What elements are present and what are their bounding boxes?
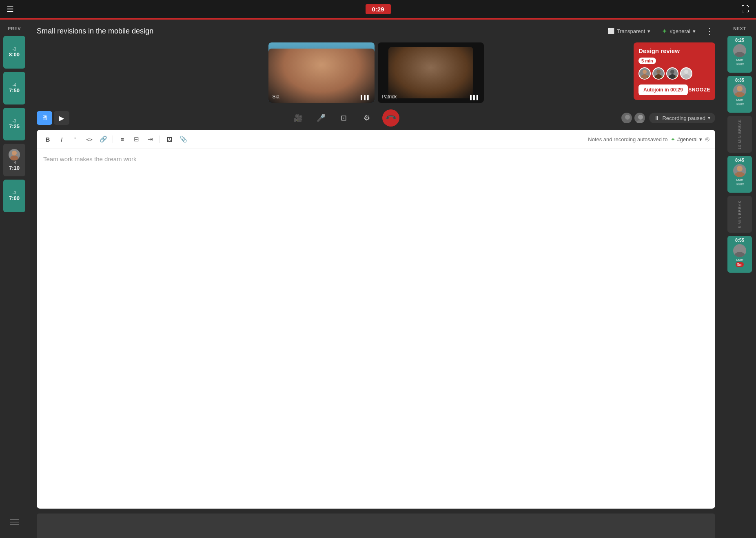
participant-name-sia: Sia bbox=[273, 94, 279, 100]
toolbar-right: Notes and recording autosaved to ✦ #gene… bbox=[588, 136, 709, 143]
media-controls: 🎥 🎤 ⊡ ⚙ 📞 bbox=[291, 109, 399, 127]
controls-bar: 🖥 ▶ 🎥 🎤 ⊡ ⚙ 📞 bbox=[29, 106, 723, 130]
recording-chevron-icon: ▾ bbox=[708, 115, 710, 121]
r-avatar-845 bbox=[733, 164, 746, 177]
external-link-button[interactable]: ⎋ bbox=[705, 136, 709, 143]
quote-button[interactable]: " bbox=[70, 134, 81, 145]
toolbar-separator-1 bbox=[113, 136, 113, 143]
design-review-actions: Autojoin in 00:29 SNOOZE bbox=[638, 84, 710, 95]
timeline-item-700[interactable]: -3 7:00 bbox=[3, 180, 25, 212]
signal-icon-patrick: ▌▌▌ bbox=[470, 95, 479, 100]
r-timeline-845[interactable]: 8:45 Matt Team bbox=[727, 156, 752, 193]
code-button[interactable]: <> bbox=[84, 134, 95, 145]
header-actions: ⬜ Transparent ▾ ✦ #general ▾ ⋮ bbox=[604, 24, 715, 38]
prev-button[interactable]: PREV bbox=[4, 23, 24, 34]
r-timeline-855[interactable]: 8:55 Matt 5m bbox=[727, 236, 752, 273]
recording-paused-text: Recording paused bbox=[662, 115, 705, 121]
next-button[interactable]: NEXT bbox=[730, 23, 749, 34]
settings-button[interactable]: ⚙ bbox=[359, 111, 374, 125]
fullscreen-icon[interactable]: ⛶ bbox=[741, 4, 749, 14]
svg-point-4 bbox=[656, 70, 661, 74]
hamburger-icon[interactable]: ☰ bbox=[7, 4, 14, 14]
break-5min: 5 MIN BREAK bbox=[727, 196, 752, 233]
svg-point-13 bbox=[636, 120, 645, 124]
bottom-area bbox=[37, 514, 715, 538]
timeline-item-750[interactable]: -4 7:50 bbox=[3, 72, 25, 104]
channel-link[interactable]: ✦ #general ▾ bbox=[671, 136, 702, 142]
r-avatar-855 bbox=[733, 244, 746, 257]
video-icon: ▶ bbox=[59, 114, 64, 122]
svg-point-21 bbox=[734, 252, 745, 257]
notes-area: B I " <> 🔗 ≡ ⊟ ⇥ 🖼 📎 Notes and recording… bbox=[37, 130, 715, 509]
slack-icon-notes: ✦ bbox=[671, 136, 675, 142]
camera-icon: 🎥 bbox=[294, 113, 303, 122]
channel-button[interactable]: ✦ #general ▾ bbox=[658, 26, 699, 37]
toolbar-left: B I " <> 🔗 ≡ ⊟ ⇥ 🖼 📎 bbox=[42, 134, 188, 145]
r-timeline-835[interactable]: 8:35 Matt Team bbox=[727, 76, 752, 113]
right-sidebar: NEXT 8:25 Matt Team 8:35 Matt Team 10 MI… bbox=[723, 20, 756, 538]
link-button[interactable]: 🔗 bbox=[98, 134, 109, 145]
design-review-avatars bbox=[638, 67, 710, 80]
r-avatar-825 bbox=[733, 44, 746, 57]
recording-pill[interactable]: ⏸ Recording paused ▾ bbox=[649, 113, 715, 123]
r-timeline-825[interactable]: 8:25 Matt Team bbox=[727, 36, 752, 73]
meeting-timer: 0:29 bbox=[365, 4, 390, 14]
bullet-list-button[interactable]: ≡ bbox=[117, 134, 128, 145]
svg-point-19 bbox=[734, 172, 745, 177]
video-tile-sia: Sia ▌▌▌ bbox=[268, 42, 375, 103]
window-icon: ⬜ bbox=[607, 28, 614, 34]
microphone-button[interactable]: 🎤 bbox=[314, 111, 328, 125]
image-button[interactable]: 🖼 bbox=[164, 134, 175, 145]
transparent-button[interactable]: ⬜ Transparent ▾ bbox=[604, 26, 654, 36]
screen-share-icon: ⊡ bbox=[341, 113, 347, 122]
svg-point-11 bbox=[623, 120, 632, 124]
gear-icon: ⚙ bbox=[364, 113, 370, 122]
attachment-button[interactable]: 📎 bbox=[178, 134, 188, 145]
autosave-text: Notes and recording autosaved to bbox=[588, 136, 667, 142]
timeline-item-800[interactable]: -3 8:00 bbox=[3, 36, 25, 69]
dr-avatar-1 bbox=[638, 67, 651, 80]
sidebar-collapse[interactable] bbox=[7, 516, 22, 528]
break-10min: 10 MIN BREAK bbox=[727, 116, 752, 153]
notes-editor[interactable]: Team work makes the dream work bbox=[37, 149, 715, 509]
design-review-badge: 5 min bbox=[638, 58, 656, 64]
timeline-item-725[interactable]: -3 7:25 bbox=[3, 108, 25, 140]
chevron-down-icon3: ▾ bbox=[699, 136, 702, 142]
svg-point-14 bbox=[737, 46, 743, 51]
bold-button[interactable]: B bbox=[42, 134, 53, 145]
screen-share-button[interactable]: ⊡ bbox=[337, 111, 351, 125]
participant-name-patrick: Patrick bbox=[382, 94, 397, 100]
notes-toolbar: B I " <> 🔗 ≡ ⊟ ⇥ 🖼 📎 Notes and recording… bbox=[37, 130, 715, 149]
phone-icon: 📞 bbox=[384, 111, 397, 124]
number-list-button[interactable]: ⊟ bbox=[131, 134, 142, 145]
italic-button[interactable]: I bbox=[56, 134, 67, 145]
participant-avatars-bar bbox=[621, 112, 646, 124]
indent-button[interactable]: ⇥ bbox=[145, 134, 155, 145]
toolbar-separator-2 bbox=[160, 136, 160, 143]
camera-button[interactable]: 🎥 bbox=[291, 111, 306, 125]
dr-avatar-2 bbox=[652, 67, 665, 80]
meeting-title: Small revisions in the mobile design bbox=[37, 27, 153, 36]
video-view-button[interactable]: ▶ bbox=[54, 111, 69, 125]
mic-icon: 🎤 bbox=[317, 113, 326, 122]
video-tile-patrick: Patrick ▌▌▌ bbox=[378, 42, 484, 103]
svg-point-1 bbox=[10, 156, 18, 160]
screen-view-button[interactable]: 🖥 bbox=[37, 111, 52, 125]
design-review-popup: Design review 5 min bbox=[634, 42, 715, 100]
snooze-button[interactable]: SNOOZE bbox=[688, 87, 710, 93]
chevron-down-icon: ▾ bbox=[647, 28, 650, 34]
pause-icon: ⏸ bbox=[654, 115, 660, 121]
dr-avatar-4 bbox=[680, 67, 692, 80]
more-options-button[interactable]: ⋮ bbox=[704, 24, 715, 38]
autojoin-button[interactable]: Autojoin in 00:29 bbox=[638, 84, 688, 95]
end-call-button[interactable]: 📞 bbox=[382, 109, 399, 127]
signal-icon-sia: ▌▌▌ bbox=[361, 95, 370, 100]
slack-icon: ✦ bbox=[662, 27, 667, 35]
svg-point-16 bbox=[737, 86, 743, 91]
svg-point-2 bbox=[643, 70, 647, 74]
channel-name-notes: #general bbox=[677, 136, 698, 142]
svg-point-12 bbox=[638, 115, 643, 120]
timeline-item-710[interactable]: -4 7:10 bbox=[3, 144, 25, 176]
svg-point-10 bbox=[625, 115, 630, 120]
svg-point-20 bbox=[737, 246, 743, 251]
